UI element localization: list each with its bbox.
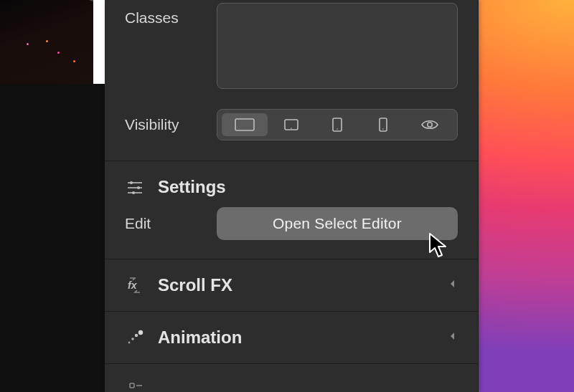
svg-text:fx: fx [128,279,138,291]
visibility-desktop[interactable] [222,113,268,136]
eye-icon [420,117,439,133]
svg-point-7 [428,123,432,127]
animation-icon [125,328,145,348]
visibility-label: Visibility [125,115,204,134]
open-select-editor-button[interactable]: Open Select Editor [217,207,458,240]
tablet-portrait-icon [329,117,345,133]
svg-rect-19 [130,383,134,388]
svg-point-11 [130,181,133,184]
section-title-scroll-fx: Scroll FX [158,275,232,295]
svg-point-17 [135,334,138,337]
section-title-settings: Settings [158,177,226,197]
inspector-panel: Classes Visibility [105,0,479,392]
svg-rect-0 [235,119,254,130]
svg-point-16 [131,338,134,340]
svg-point-15 [128,342,131,344]
svg-point-18 [138,330,143,335]
visibility-tablet-landscape[interactable] [268,113,314,136]
visibility-phone[interactable] [360,113,406,136]
section-scroll-fx[interactable]: fx Scroll FX [105,259,478,312]
canvas-image-preview[interactable] [0,0,93,86]
sliders-icon [125,177,145,197]
svg-point-12 [137,186,140,189]
classes-label: Classes [125,6,204,27]
svg-point-13 [132,191,135,194]
chevron-left-icon [448,331,458,344]
svg-point-4 [337,128,338,130]
visibility-tablet-portrait[interactable] [314,113,360,136]
svg-point-2 [291,128,292,129]
section-next-partial[interactable] [105,364,478,392]
edit-label: Edit [125,214,204,233]
phone-icon [377,117,390,133]
document-window [0,0,105,392]
section-animation[interactable]: Animation [105,312,478,364]
classes-input[interactable] [217,3,458,89]
visibility-visible-toggle[interactable] [407,113,453,136]
canvas-dark-area [0,84,105,392]
chevron-left-icon [448,279,458,292]
section-title-animation: Animation [158,328,242,348]
scroll-fx-icon: fx [125,275,145,295]
section-settings: Settings [105,161,478,207]
tag-icon [125,380,145,392]
visibility-segmented-control [217,109,458,140]
desktop-icon [234,118,255,132]
tablet-landscape-icon [283,117,299,133]
svg-point-6 [383,128,385,130]
settings-body: Edit Open Select Editor [105,207,478,259]
